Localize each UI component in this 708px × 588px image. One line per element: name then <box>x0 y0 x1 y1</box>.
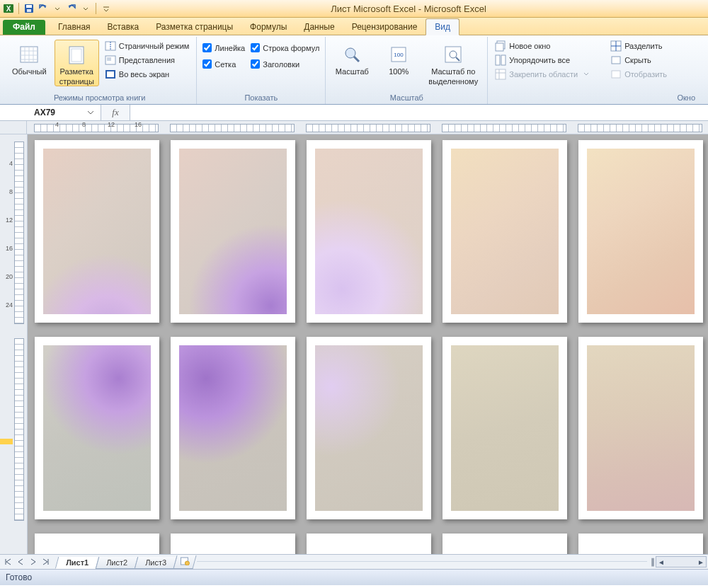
redo-icon[interactable] <box>66 3 77 14</box>
name-box-dropdown-icon[interactable] <box>85 107 96 118</box>
page-layout-label2: страницы <box>59 77 94 86</box>
page-layout-button[interactable]: Разметка страницы <box>55 40 99 86</box>
ruler-num: 16 <box>135 121 142 128</box>
horizontal-ruler[interactable]: 4 8 12 16 <box>27 121 708 134</box>
gridlines-checkbox-label: Сетка <box>215 60 236 69</box>
page-layout-canvas[interactable] <box>28 134 708 554</box>
sheet-tab-2[interactable]: Лист2 <box>96 557 139 569</box>
full-screen-button[interactable]: Во весь экран <box>102 68 193 81</box>
group-workbook-views: Обычный Разметка страницы Страничный реж… <box>3 37 197 104</box>
svg-rect-30 <box>501 55 506 65</box>
tab-page-layout[interactable]: Разметка страницы <box>147 19 241 35</box>
zoom-icon <box>341 43 363 66</box>
zoom-selection-label1: Масштаб по <box>431 67 475 76</box>
freeze-panes-button[interactable]: Закрепить области <box>492 68 595 81</box>
gridlines-checkbox-input[interactable] <box>202 59 212 69</box>
page-thumbnail[interactable] <box>578 534 703 554</box>
page-thumbnail[interactable] <box>35 140 159 323</box>
zoom-100-button[interactable]: 100 100% <box>377 40 421 76</box>
quick-access-toolbar: X <box>3 3 112 14</box>
group-zoom-label: Масштаб <box>330 93 483 103</box>
page-thumbnail[interactable] <box>307 337 431 519</box>
headings-checkbox-input[interactable] <box>251 59 260 69</box>
fx-button[interactable]: fx <box>112 107 118 118</box>
hscroll-right-icon[interactable]: ► <box>696 558 706 566</box>
tab-review[interactable]: Рецензирование <box>343 19 426 35</box>
vruler-num: 16 <box>1 245 13 252</box>
page-thumbnail[interactable] <box>307 140 431 323</box>
sheet-tab-bar: Лист1 Лист2 Лист3 ∥ ◄ ► <box>0 554 708 569</box>
sheet-tab-label: Лист2 <box>106 558 127 567</box>
svg-rect-17 <box>107 57 111 61</box>
qat-customize-icon[interactable] <box>101 3 112 14</box>
tab-home[interactable]: Главная <box>50 19 99 35</box>
sheet-nav-first[interactable] <box>1 555 14 568</box>
sheet-tab-new[interactable] <box>173 555 197 569</box>
page-thumbnail[interactable] <box>307 534 431 554</box>
tab-data[interactable]: Данные <box>295 19 343 35</box>
fx-area: fx <box>101 105 130 120</box>
formula-input[interactable] <box>130 105 708 120</box>
hide-button[interactable]: Скрыть <box>607 54 670 67</box>
sheet-tabs: Лист1 Лист2 Лист3 <box>57 555 194 569</box>
svg-point-20 <box>346 48 355 58</box>
ruler-num: 8 <box>82 121 86 128</box>
vertical-ruler[interactable]: 4 8 12 16 20 24 <box>0 134 28 554</box>
new-window-button[interactable]: Новое окно <box>492 40 595 52</box>
formula-bar-checkbox[interactable]: Строка формул <box>249 42 321 53</box>
formula-bar-checkbox-label: Строка формул <box>263 44 319 52</box>
page-thumbnail[interactable] <box>578 140 703 323</box>
undo-dropdown-icon[interactable] <box>52 3 63 14</box>
ruler-row: 4 8 12 16 <box>0 121 708 134</box>
headings-checkbox[interactable]: Заголовки <box>249 59 321 69</box>
tab-view[interactable]: Вид <box>426 18 459 35</box>
page-thumbnail[interactable] <box>442 534 567 554</box>
sheet-nav-last[interactable] <box>40 555 52 568</box>
redo-dropdown-icon[interactable] <box>80 3 91 14</box>
svg-line-21 <box>354 57 359 62</box>
ruler-corner <box>0 121 27 134</box>
vruler-num: 24 <box>1 301 13 309</box>
name-box[interactable]: AX79 <box>0 105 101 120</box>
svg-point-40 <box>185 561 190 565</box>
split-button[interactable]: Разделить <box>607 40 670 52</box>
zoom-selection-icon <box>442 43 464 66</box>
ruler-checkbox-input[interactable] <box>202 43 212 52</box>
sheet-nav-prev[interactable] <box>14 555 27 568</box>
page-thumbnail[interactable] <box>578 337 703 519</box>
group-show: Линейка Сетка Строка формул Заголовки По… <box>197 37 326 104</box>
tab-file[interactable]: Файл <box>3 20 45 35</box>
page-thumbnail[interactable] <box>442 337 567 519</box>
page-break-icon <box>105 40 116 52</box>
formula-bar-checkbox-input[interactable] <box>251 43 260 52</box>
sheet-nav-next[interactable] <box>27 555 40 568</box>
page-thumbnail[interactable] <box>35 534 159 554</box>
zoom-button[interactable]: Масштаб <box>330 40 374 76</box>
normal-view-button[interactable]: Обычный <box>7 40 52 76</box>
page-thumbnail[interactable] <box>171 534 295 554</box>
arrange-all-button[interactable]: Упорядочить все <box>492 54 595 67</box>
save-icon[interactable] <box>23 3 35 14</box>
page-thumbnail[interactable] <box>171 140 295 323</box>
sheet-tab-3[interactable]: Лист3 <box>135 557 178 569</box>
split-label: Разделить <box>624 42 662 50</box>
svg-rect-19 <box>107 71 114 77</box>
ruler-checkbox[interactable]: Линейка <box>201 42 246 53</box>
sheet-tab-1[interactable]: Лист1 <box>55 557 100 569</box>
custom-views-button[interactable]: Представления <box>102 54 193 67</box>
hscroll-split-handle[interactable]: ∥ <box>650 556 656 567</box>
page-break-preview-button[interactable]: Страничный режим <box>102 40 193 52</box>
page-thumbnail[interactable] <box>442 140 567 323</box>
tab-formulas[interactable]: Формулы <box>241 19 295 35</box>
undo-icon[interactable] <box>38 3 49 14</box>
horizontal-scrollbar[interactable]: ◄ ► <box>656 556 707 567</box>
title-bar: X Лист Microsoft Excel - Microsoft Excel <box>0 0 708 18</box>
zoom-selection-button[interactable]: Масштаб по выделенному <box>423 40 483 86</box>
unhide-label: Отобразить <box>624 70 667 79</box>
page-thumbnail[interactable] <box>35 337 159 519</box>
hscroll-left-icon[interactable]: ◄ <box>656 558 666 566</box>
full-screen-label: Во весь экран <box>119 70 169 79</box>
page-thumbnail[interactable] <box>171 337 295 519</box>
tab-insert[interactable]: Вставка <box>99 19 148 35</box>
gridlines-checkbox[interactable]: Сетка <box>201 59 246 69</box>
